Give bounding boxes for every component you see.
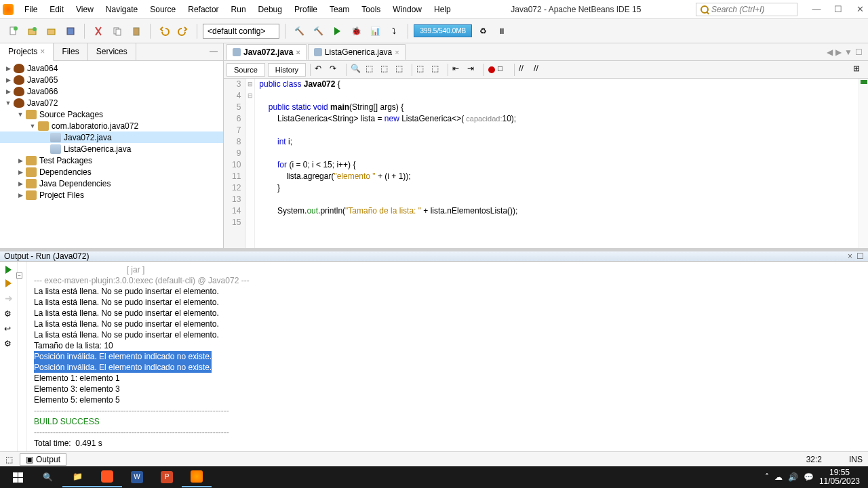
menu-debug[interactable]: Debug bbox=[253, 2, 288, 17]
code-content[interactable]: public class Java072 { public static voi… bbox=[255, 79, 859, 248]
rerun-debug-icon[interactable] bbox=[5, 279, 12, 287]
prev-occ-icon[interactable]: ⬚ bbox=[416, 64, 429, 76]
back-icon[interactable]: ↶ bbox=[315, 64, 327, 76]
tree-toggle-icon[interactable]: ▼ bbox=[28, 122, 37, 130]
menu-profile[interactable]: Profile bbox=[289, 2, 323, 17]
tree-toggle-icon[interactable]: ▶ bbox=[16, 191, 24, 199]
toggle-bookmark-icon[interactable]: ⬚ bbox=[395, 64, 408, 76]
prev-bookmark-icon[interactable]: ⬚ bbox=[366, 64, 378, 76]
debug-icon[interactable]: 🐞 bbox=[348, 23, 364, 39]
close-output-icon[interactable]: × bbox=[848, 251, 852, 261]
run-icon[interactable] bbox=[329, 23, 345, 39]
close-icon[interactable]: × bbox=[40, 47, 45, 56]
memory-badge[interactable]: 399.5/540.0MB bbox=[414, 24, 472, 37]
chevron-up-icon[interactable]: ˄ bbox=[765, 472, 769, 482]
next-tab-icon[interactable]: ▶ bbox=[835, 47, 842, 57]
minimize-pane-icon[interactable]: — bbox=[204, 43, 223, 60]
menu-refactor[interactable]: Refactor bbox=[182, 2, 224, 17]
status-output-tab[interactable]: ▣ Output bbox=[20, 453, 66, 466]
rerun-icon[interactable] bbox=[5, 266, 12, 274]
save-all-icon[interactable] bbox=[62, 23, 79, 39]
tree-toggle-icon[interactable] bbox=[41, 134, 49, 142]
forward-icon[interactable]: ↷ bbox=[330, 64, 342, 76]
brave-icon[interactable] bbox=[92, 467, 122, 487]
profile-icon[interactable]: 📊 bbox=[367, 23, 383, 39]
record-macro-icon[interactable] bbox=[488, 66, 495, 73]
tree-item[interactable]: ▶Test Packages bbox=[0, 155, 223, 166]
build-icon[interactable]: 🔨 bbox=[291, 23, 307, 39]
tree-toggle-icon[interactable]: ▼ bbox=[4, 99, 12, 107]
project-tree[interactable]: ▶Java064▶Java065▶Java066▼Java072▼Source … bbox=[0, 61, 223, 248]
menu-team[interactable]: Team bbox=[324, 2, 355, 17]
wrap-icon[interactable]: ↩ bbox=[4, 324, 14, 333]
tab-projects[interactable]: Projects× bbox=[0, 43, 54, 61]
tree-toggle-icon[interactable]: ▶ bbox=[16, 168, 24, 176]
search-input[interactable] bbox=[711, 5, 779, 14]
config-select[interactable]: <default config> bbox=[203, 24, 279, 39]
tree-item[interactable]: ListaGenerica.java bbox=[0, 143, 223, 155]
tree-item[interactable]: ▶Java065 bbox=[0, 74, 223, 85]
file-explorer-icon[interactable]: 📁 bbox=[62, 467, 92, 487]
netbeans-taskbar-icon[interactable] bbox=[182, 467, 212, 487]
error-strip[interactable] bbox=[859, 79, 868, 248]
tree-toggle-icon[interactable]: ▶ bbox=[4, 64, 12, 73]
tree-toggle-icon[interactable]: ▶ bbox=[16, 157, 24, 165]
tree-item[interactable]: ▼Java072 bbox=[0, 97, 223, 108]
undo-icon[interactable] bbox=[156, 23, 172, 39]
tab-services[interactable]: Services bbox=[88, 43, 136, 60]
new-project-icon[interactable] bbox=[24, 23, 41, 39]
close-tab-icon[interactable]: × bbox=[296, 48, 300, 56]
taskbar-search-icon[interactable]: 🔍 bbox=[33, 467, 62, 487]
stop-macro-icon[interactable]: □ bbox=[498, 64, 510, 76]
editor-tab[interactable]: Java072.java× bbox=[226, 44, 307, 60]
tree-item[interactable]: ▶Project Files bbox=[0, 189, 223, 201]
shift-right-icon[interactable]: ⇥ bbox=[467, 64, 479, 76]
tree-item[interactable]: ▼Source Packages bbox=[0, 108, 223, 120]
redo-icon[interactable] bbox=[175, 23, 191, 39]
global-search[interactable] bbox=[696, 3, 797, 16]
clean-build-icon[interactable]: 🔨 bbox=[310, 23, 326, 39]
tree-item[interactable]: ▼com.laboratorio.java072 bbox=[0, 120, 223, 131]
cloud-icon[interactable]: ☁ bbox=[774, 472, 783, 482]
system-tray[interactable]: ˄ ☁ 🔊 💬 19:5511/05/2023 bbox=[765, 468, 865, 486]
uncomment-icon[interactable]: // bbox=[534, 64, 546, 76]
menu-file[interactable]: File bbox=[19, 2, 43, 17]
tab-list-icon[interactable]: ▼ bbox=[844, 47, 852, 57]
menu-source[interactable]: Source bbox=[144, 2, 181, 17]
split-icon[interactable]: ⊞ bbox=[853, 64, 865, 76]
notifications-icon[interactable]: 💬 bbox=[804, 472, 814, 482]
maximize-editor-icon[interactable]: ☐ bbox=[855, 47, 863, 57]
paste-icon[interactable] bbox=[128, 23, 144, 39]
start-button[interactable] bbox=[3, 467, 33, 487]
tree-item[interactable]: ▶Java064 bbox=[0, 62, 223, 74]
filter-icon[interactable]: ⚙ bbox=[4, 339, 14, 348]
source-view-button[interactable]: Source bbox=[226, 63, 265, 77]
menu-tools[interactable]: Tools bbox=[356, 2, 386, 17]
next-occ-icon[interactable]: ⬚ bbox=[431, 64, 443, 76]
next-bookmark-icon[interactable]: ⬚ bbox=[380, 64, 393, 76]
output-text[interactable]: − [ jar ]--- exec-maven-plugin:3.0.0:exe… bbox=[27, 262, 868, 451]
shift-left-icon[interactable]: ⇤ bbox=[452, 64, 465, 76]
settings-icon[interactable]: ⚙ bbox=[4, 309, 14, 319]
code-editor[interactable]: 3456789101112131415 ⊟⊟ public class Java… bbox=[224, 79, 868, 248]
maximize-output-icon[interactable]: ☐ bbox=[856, 251, 864, 261]
open-project-icon[interactable] bbox=[43, 23, 60, 39]
tree-toggle-icon[interactable] bbox=[41, 145, 49, 153]
menu-view[interactable]: View bbox=[71, 2, 99, 17]
pause-icon[interactable]: ⏸ bbox=[494, 23, 510, 39]
tree-toggle-icon[interactable]: ▶ bbox=[4, 87, 12, 96]
powerpoint-icon[interactable]: P bbox=[152, 467, 182, 487]
copy-icon[interactable] bbox=[109, 23, 125, 39]
history-view-button[interactable]: History bbox=[268, 63, 306, 77]
tree-item[interactable]: ▶Java066 bbox=[0, 85, 223, 97]
menu-navigate[interactable]: Navigate bbox=[100, 2, 143, 17]
minimize-button[interactable]: — bbox=[811, 4, 822, 15]
tab-files[interactable]: Files bbox=[54, 43, 87, 60]
tree-toggle-icon[interactable]: ▶ bbox=[16, 180, 24, 188]
cut-icon[interactable] bbox=[90, 23, 106, 39]
comment-icon[interactable]: // bbox=[519, 64, 531, 76]
step-icon[interactable]: ⤵ bbox=[386, 23, 402, 39]
prev-tab-icon[interactable]: ◀ bbox=[827, 47, 833, 57]
menu-help[interactable]: Help bbox=[429, 2, 456, 17]
editor-tab[interactable]: ListaGenerica.java× bbox=[308, 44, 406, 60]
